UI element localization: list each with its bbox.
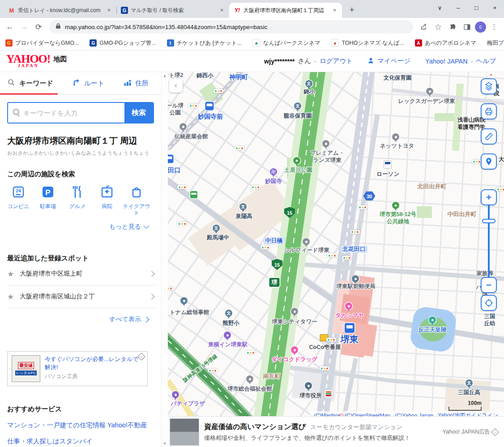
yahoo-logo[interactable]: YAHOO! JAPAN 地図: [6, 54, 67, 68]
address-bar[interactable]: map.yahoo.co.jp/?lat=34.57858&lon=135.48…: [49, 20, 413, 34]
bus-stop-icon[interactable]: [190, 191, 197, 198]
ad-info-icon[interactable]: i: [491, 428, 499, 436]
maximize-button[interactable]: □: [467, 0, 486, 15]
poi-pin-icon[interactable]: [305, 382, 312, 389]
bookmark-item[interactable]: GGMO-PGショップ管...: [90, 39, 156, 47]
bookmark-item[interactable]: tチケットぴあ [チケット...: [167, 39, 242, 47]
tab-close-button[interactable]: ×: [105, 7, 113, 14]
window-chevron-icon[interactable]: ∨: [431, 0, 449, 15]
minimize-button[interactable]: –: [449, 0, 467, 15]
poi-pin-icon[interactable]: [303, 238, 310, 245]
reload-button[interactable]: ⟳: [32, 21, 45, 33]
bookmark-item[interactable]: 梅田ブルク7: [487, 39, 504, 47]
tree-pin-icon[interactable]: ♣: [392, 202, 399, 209]
url-text[interactable]: map.yahoo.co.jp/?lat=34.57858&lon=135.48…: [65, 24, 268, 30]
sidebar-collapse-button[interactable]: ‹: [169, 78, 183, 93]
poi-pin-icon[interactable]: 文: [225, 310, 232, 317]
sidebar-tab-search[interactable]: キーワード: [7, 72, 53, 94]
teal-pin-icon[interactable]: [429, 316, 436, 324]
tram-icon[interactable]: [168, 155, 174, 163]
tram-icon[interactable]: [205, 102, 214, 111]
sidebar-scrollbar[interactable]: ▲ ▼: [161, 72, 168, 447]
menu-dots-icon[interactable]: ⋮: [488, 21, 500, 33]
tree-pin-icon[interactable]: ♣: [293, 157, 300, 164]
drop-pin-button[interactable]: [481, 153, 497, 170]
facility-conv[interactable]: 24コンビニ: [4, 185, 33, 216]
current-location-button[interactable]: [481, 295, 497, 311]
poi-pin-icon[interactable]: 文: [239, 203, 247, 210]
service-link[interactable]: 仕事・求人探しはスタンバイ: [7, 437, 154, 446]
poi-pin-icon[interactable]: [392, 133, 399, 140]
poi-pin-icon[interactable]: 文: [294, 102, 301, 110]
side-panel-icon[interactable]: [461, 21, 473, 33]
zoom-in-button[interactable]: +: [481, 189, 497, 205]
browser-tab[interactable]: M受信トレイ - know.ldc@gmail.com×: [4, 3, 116, 18]
manji-pin-icon[interactable]: 卍: [270, 168, 277, 175]
see-more-link[interactable]: もっと見る: [0, 223, 149, 231]
show-all-link[interactable]: すべて表示: [0, 315, 149, 324]
poi-pin-icon[interactable]: [291, 308, 298, 315]
back-button[interactable]: ←: [4, 21, 16, 33]
zoom-out-button[interactable]: −: [481, 277, 497, 293]
poi-pin-icon[interactable]: [180, 297, 188, 304]
profile-avatar[interactable]: c: [475, 21, 486, 33]
scroll-down-icon[interactable]: ▼: [163, 442, 167, 446]
logout-link[interactable]: ログアウト: [320, 57, 353, 65]
close-button[interactable]: ×: [486, 0, 504, 15]
tab-close-button[interactable]: ×: [331, 7, 338, 14]
poi-pin-icon[interactable]: [179, 123, 187, 130]
share-icon[interactable]: [418, 21, 430, 33]
poi-pin-icon[interactable]: 文: [305, 80, 312, 87]
registered-spot-item[interactable]: ★大阪府堺市南区城山台２丁: [7, 285, 158, 308]
redcross-pin-icon[interactable]: ＋: [487, 72, 495, 78]
browser-tab[interactable]: Gマルチ取引 / 取引検索×: [116, 3, 229, 18]
help-link[interactable]: ヘルプ: [476, 57, 496, 65]
layers-button[interactable]: [481, 78, 497, 94]
service-link[interactable]: マンション・一戸建ての住宅情報 Yahoo!不動産: [7, 421, 154, 430]
mypage-link[interactable]: マイページ: [377, 57, 410, 65]
bookmark-star-icon[interactable]: ☆: [432, 21, 444, 33]
facility-takeout[interactable]: テイクアウト: [122, 185, 151, 216]
bookmark-item[interactable]: ♣なんばパークスシネマ: [252, 39, 320, 47]
extensions-puzzle-icon[interactable]: [446, 21, 459, 33]
poi-pin-icon[interactable]: 文: [213, 225, 220, 232]
facility-hospital[interactable]: 病院: [92, 185, 122, 216]
seven-eleven-icon[interactable]: [325, 390, 333, 398]
keyword-input[interactable]: [8, 103, 124, 123]
train-icon[interactable]: [345, 323, 355, 333]
map-bottom-ad[interactable]: 資産価値の高いマンション選びスーモカウンター新築マンション 価格相場や金利、ライ…: [168, 416, 504, 447]
scroll-up-icon[interactable]: ▲: [163, 74, 167, 78]
bed-pin-icon[interactable]: [224, 332, 231, 339]
tab-close-button[interactable]: ×: [218, 7, 226, 14]
bookmark-item[interactable]: GプロバイダーならGMO...: [5, 39, 79, 47]
lawson-icon[interactable]: [384, 161, 392, 169]
poi-pin-icon[interactable]: [352, 275, 359, 282]
bookmark-item[interactable]: ●TOHOシネマズ なんば...: [331, 39, 404, 47]
forward-button[interactable]: →: [18, 21, 30, 33]
bag-pin-icon[interactable]: [345, 302, 352, 310]
measure-ruler-button[interactable]: [481, 128, 497, 145]
sidebar-tab-address[interactable]: 住所: [123, 72, 149, 94]
sidebar-ad[interactable]: 最安値 レンタルPC 今すぐパソコンが必要...レンタルで解決! パソコン工房 …: [7, 351, 148, 386]
yahoo-japan-link[interactable]: Yahoo! JAPAN: [425, 58, 468, 65]
zoom-slider-track[interactable]: [488, 204, 490, 278]
bed-pin-icon[interactable]: [172, 391, 179, 398]
poi-pin-icon[interactable]: [246, 375, 253, 383]
poi-pin-icon[interactable]: [426, 88, 433, 95]
bookmark-item[interactable]: Aあべのアポロシネマ: [415, 39, 476, 47]
ad-title[interactable]: 今すぐパソコンが必要...レンタルで解決!: [45, 355, 143, 371]
zoom-slider-handle[interactable]: [482, 219, 495, 223]
new-tab-button[interactable]: +: [346, 4, 358, 16]
poi-pin-icon[interactable]: [322, 140, 329, 147]
print-button[interactable]: [481, 103, 497, 119]
facility-parking[interactable]: P駐車場: [33, 185, 63, 216]
registered-spot-item[interactable]: ★大阪府堺市中区堀上町: [7, 263, 158, 285]
facility-gourmet[interactable]: グルメ: [63, 185, 92, 216]
map-ad-title[interactable]: 資産価値の高いマンション選び: [204, 422, 306, 432]
map-canvas[interactable]: ト堺2錦西小神明町文化保育園文錦小レックスガーデン堺東ール堺 公園妙国寺前文龍谷…: [168, 72, 504, 447]
poi-pin-icon[interactable]: 文: [466, 379, 473, 387]
sidebar-tab-route[interactable]: ルート: [72, 72, 105, 94]
bag-pin-icon[interactable]: [291, 346, 298, 353]
browser-tab[interactable]: Y!大阪府堺市堺区南向陽町１丁周辺×: [229, 3, 342, 18]
search-button[interactable]: 検索: [124, 103, 153, 123]
